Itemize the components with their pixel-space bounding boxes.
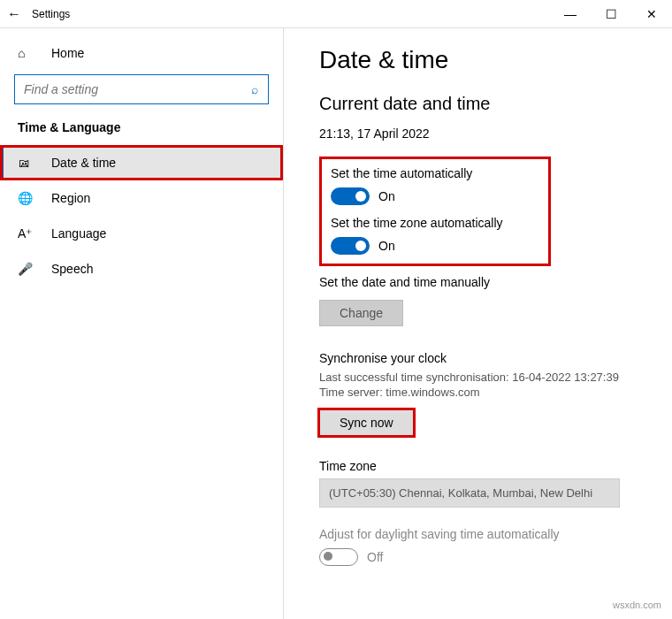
sidebar-item-label: Date & time: [51, 156, 116, 170]
sync-server: Time server: time.windows.com: [319, 386, 637, 399]
section-title: Time & Language: [0, 120, 283, 145]
auto-time-label: Set the time automatically: [331, 166, 539, 180]
page-title: Date & time: [319, 46, 637, 74]
sync-last: Last successful time synchronisation: 16…: [319, 371, 637, 384]
search-icon: ⌕: [241, 82, 268, 96]
sidebar-item-label: Region: [51, 191, 90, 205]
clock-icon: 🖭: [18, 156, 35, 170]
content-pane: Date & time Current date and time 21:13,…: [283, 28, 672, 619]
sidebar: ⌂ Home ⌕ Time & Language 🖭 Date & time 🌐…: [0, 28, 283, 619]
sidebar-item-label: Language: [51, 226, 106, 241]
home-label: Home: [51, 46, 84, 60]
auto-settings-highlight: Set the time automatically On Set the ti…: [319, 157, 551, 266]
titlebar: ← Settings — ☐ ✕: [0, 0, 672, 28]
window-title: Settings: [28, 8, 550, 20]
auto-time-toggle[interactable]: [331, 187, 370, 205]
search-input[interactable]: [15, 82, 241, 96]
sidebar-item-language[interactable]: A⁺ Language: [0, 216, 283, 251]
back-button[interactable]: ←: [0, 6, 28, 22]
minimize-button[interactable]: —: [550, 0, 591, 28]
change-button: Change: [319, 300, 403, 326]
tz-heading: Time zone: [319, 459, 637, 473]
sidebar-item-label: Speech: [51, 262, 93, 276]
dst-state: Off: [367, 550, 383, 564]
home-nav[interactable]: ⌂ Home: [0, 37, 283, 69]
auto-tz-state: On: [378, 239, 395, 253]
search-box[interactable]: ⌕: [14, 74, 269, 104]
dst-toggle: [319, 548, 358, 566]
dst-label: Adjust for daylight saving time automati…: [319, 527, 637, 541]
tz-select: (UTC+05:30) Chennai, Kolkata, Mumbai, Ne…: [319, 478, 620, 508]
auto-tz-toggle[interactable]: [331, 237, 370, 255]
sidebar-item-date-time[interactable]: 🖭 Date & time: [0, 145, 283, 180]
microphone-icon: 🎤: [18, 262, 35, 276]
page-subtitle: Current date and time: [319, 94, 637, 114]
maximize-button[interactable]: ☐: [591, 0, 631, 28]
sidebar-item-speech[interactable]: 🎤 Speech: [0, 251, 283, 287]
close-button[interactable]: ✕: [631, 0, 672, 28]
language-icon: A⁺: [18, 226, 35, 241]
auto-time-state: On: [378, 189, 395, 203]
home-icon: ⌂: [18, 46, 35, 60]
sync-heading: Synchronise your clock: [319, 351, 637, 365]
globe-icon: 🌐: [18, 191, 35, 205]
sync-now-button[interactable]: Sync now: [319, 409, 414, 436]
current-datetime: 21:13, 17 April 2022: [319, 126, 637, 141]
auto-tz-label: Set the time zone automatically: [331, 216, 539, 230]
sidebar-item-region[interactable]: 🌐 Region: [0, 180, 283, 216]
watermark: wsxdn.com: [613, 600, 661, 610]
manual-label: Set the date and time manually: [319, 275, 637, 289]
